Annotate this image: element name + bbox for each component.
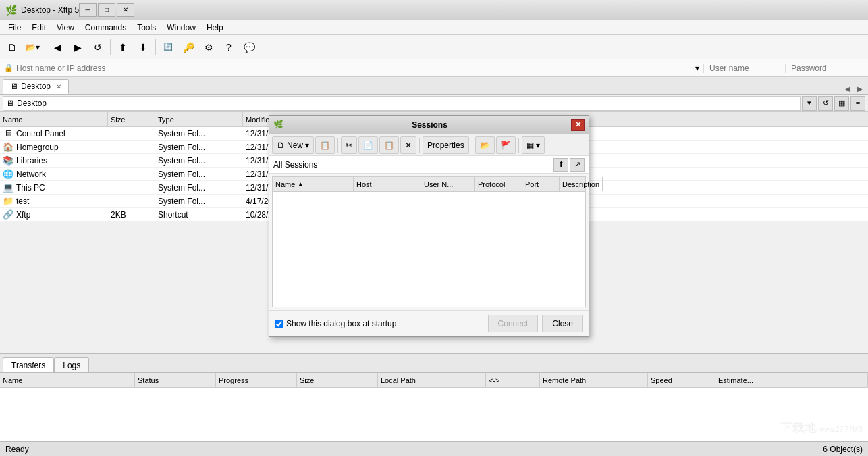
copy-btn2[interactable]: 📋 bbox=[379, 136, 399, 154]
sess-sep-3 bbox=[472, 138, 472, 153]
sessions-list-header: Name ▲ Host User N... Protocol Port Desc… bbox=[273, 177, 585, 192]
tab-icon: 🖥 bbox=[10, 82, 18, 91]
file-cell-name: 📚 Libraries bbox=[0, 155, 108, 166]
col-size[interactable]: Size bbox=[108, 112, 155, 126]
chat-button[interactable]: 💬 bbox=[240, 38, 259, 57]
address-bar: 🔒 ▾ bbox=[0, 59, 868, 77]
transfer-content bbox=[0, 388, 868, 441]
file-cell-type: System Fol... bbox=[155, 156, 243, 166]
sess-col-protocol[interactable]: Protocol bbox=[475, 177, 522, 191]
menu-tools[interactable]: Tools bbox=[132, 22, 161, 34]
new-session-btn[interactable]: 🗋 New ▾ bbox=[272, 136, 314, 154]
menu-window[interactable]: Window bbox=[161, 22, 201, 34]
cut-btn[interactable]: ✂ bbox=[341, 136, 357, 154]
file-name: Homegroup bbox=[16, 143, 59, 152]
column-settings-button[interactable]: ≡ bbox=[850, 96, 865, 111]
paste-btn[interactable]: 📄 bbox=[358, 136, 378, 154]
sessions-nav-up[interactable]: ⬆ bbox=[553, 158, 568, 172]
menu-edit[interactable]: Edit bbox=[26, 22, 51, 34]
sessions-footer: Show this dialog box at startup Connect … bbox=[269, 310, 589, 336]
tcol-name: Name bbox=[0, 373, 135, 387]
host-input[interactable] bbox=[16, 64, 691, 73]
menu-file[interactable]: File bbox=[3, 22, 26, 34]
tab-desktop[interactable]: 🖥 Desktop ✕ bbox=[3, 79, 69, 94]
password-input[interactable] bbox=[791, 64, 859, 73]
forward-button[interactable]: ▶ bbox=[68, 38, 87, 57]
toolbar-separator-2 bbox=[110, 39, 111, 55]
file-cell-name: 💻 This PC bbox=[0, 182, 108, 193]
keyicon-button[interactable]: 🔑 bbox=[179, 38, 198, 57]
file-name: Control Panel bbox=[16, 129, 65, 138]
col-name[interactable]: Name bbox=[0, 112, 108, 126]
browse-button[interactable]: ▾ bbox=[802, 96, 817, 111]
help-button[interactable]: ? bbox=[219, 38, 238, 57]
sess-col-host[interactable]: Host bbox=[354, 177, 421, 191]
sessions-nav-export[interactable]: ↗ bbox=[570, 158, 585, 172]
username-input[interactable] bbox=[709, 64, 777, 73]
file-cell-type: System Fol... bbox=[155, 170, 243, 179]
menu-commands[interactable]: Commands bbox=[80, 22, 132, 34]
new-icon: 🗋 bbox=[277, 141, 285, 150]
sess-col-port[interactable]: Port bbox=[522, 177, 560, 191]
dialog-title: Sessions bbox=[288, 120, 571, 130]
flag-btn[interactable]: 🚩 bbox=[496, 136, 516, 154]
menu-view[interactable]: View bbox=[51, 22, 80, 34]
file-cell-type: System Fol... bbox=[155, 197, 243, 206]
tab-navigation: ◀ ▶ bbox=[842, 84, 865, 94]
file-icon: 📚 bbox=[3, 155, 13, 166]
tcol-status: Status bbox=[135, 373, 216, 387]
path-box: 🖥 Desktop bbox=[3, 96, 801, 111]
sess-col-name[interactable]: Name ▲ bbox=[273, 177, 354, 191]
tab-close-button[interactable]: ✕ bbox=[56, 83, 61, 91]
tab-transfers[interactable]: Transfers bbox=[3, 357, 54, 372]
dialog-close-button[interactable]: ✕ bbox=[571, 119, 585, 131]
menu-help[interactable]: Help bbox=[201, 22, 229, 34]
tab-scroll-left[interactable]: ◀ bbox=[842, 84, 853, 94]
tcol-remotepath: Remote Path bbox=[540, 373, 648, 387]
refresh-button[interactable]: ↺ bbox=[88, 38, 107, 57]
back-button[interactable]: ◀ bbox=[48, 38, 67, 57]
col-type[interactable]: Type bbox=[155, 112, 243, 126]
status-text: Ready bbox=[5, 445, 823, 454]
connect-button[interactable]: Connect bbox=[488, 315, 539, 332]
new-session-button[interactable]: 🗋 bbox=[3, 38, 22, 57]
delete-btn[interactable]: ✕ bbox=[400, 136, 416, 154]
settings-button[interactable]: ⚙ bbox=[199, 38, 218, 57]
upload-button[interactable]: ⬆ bbox=[113, 38, 132, 57]
close-button[interactable]: ✕ bbox=[117, 3, 134, 17]
close-dialog-button[interactable]: Close bbox=[542, 315, 583, 332]
refresh-file-button[interactable]: ↺ bbox=[818, 96, 833, 111]
file-icon: 🌐 bbox=[3, 169, 13, 180]
sync-button[interactable]: 🔄 bbox=[159, 38, 178, 57]
file-cell-name: 🏠 Homegroup bbox=[0, 142, 108, 153]
toolbar-separator-3 bbox=[155, 39, 156, 55]
minimize-button[interactable]: ─ bbox=[79, 3, 97, 17]
sess-col-user[interactable]: User N... bbox=[421, 177, 475, 191]
maximize-button[interactable]: □ bbox=[98, 3, 115, 17]
view-options-button[interactable]: ▦ bbox=[834, 96, 849, 111]
title-bar: 🌿 Desktop - Xftp 5 ─ □ ✕ bbox=[0, 0, 868, 20]
username-section bbox=[703, 64, 782, 73]
sess-col-desc[interactable]: Description bbox=[560, 177, 603, 191]
file-name: test bbox=[16, 197, 29, 206]
file-icon: 🖥 bbox=[3, 128, 13, 139]
footer-buttons: Connect Close bbox=[488, 315, 583, 332]
open-button[interactable]: 📂▾ bbox=[23, 38, 42, 57]
view-btn[interactable]: ▦ ▾ bbox=[522, 136, 545, 154]
tab-scroll-right[interactable]: ▶ bbox=[855, 84, 865, 94]
sessions-toolbar: 🗋 New ▾ 📋 ✂ 📄 📋 ✕ Properties 📂 🚩 ▦ ▾ bbox=[269, 134, 589, 156]
tcol-size: Size bbox=[297, 373, 378, 387]
file-toolbar: 🖥 Desktop ▾ ↺ ▦ ≡ bbox=[0, 95, 868, 112]
toolbar: 🗋 📂▾ ◀ ▶ ↺ ⬆ ⬇ 🔄 🔑 ⚙ ? 💬 bbox=[0, 35, 868, 59]
host-dropdown[interactable]: ▾ bbox=[694, 62, 701, 74]
tab-logs[interactable]: Logs bbox=[54, 357, 89, 372]
file-cell-name: 📁 test bbox=[0, 196, 108, 207]
open-folder-btn[interactable]: 📂 bbox=[475, 136, 495, 154]
startup-checkbox[interactable] bbox=[275, 320, 283, 328]
properties-btn[interactable]: Properties bbox=[423, 136, 469, 154]
startup-label: Show this dialog box at startup bbox=[286, 319, 396, 328]
download-button[interactable]: ⬇ bbox=[134, 38, 153, 57]
tab-bar: 🖥 Desktop ✕ ◀ ▶ bbox=[0, 77, 868, 95]
copy-session-btn[interactable]: 📋 bbox=[315, 136, 335, 154]
tcol-arrow: <-> bbox=[486, 373, 540, 387]
